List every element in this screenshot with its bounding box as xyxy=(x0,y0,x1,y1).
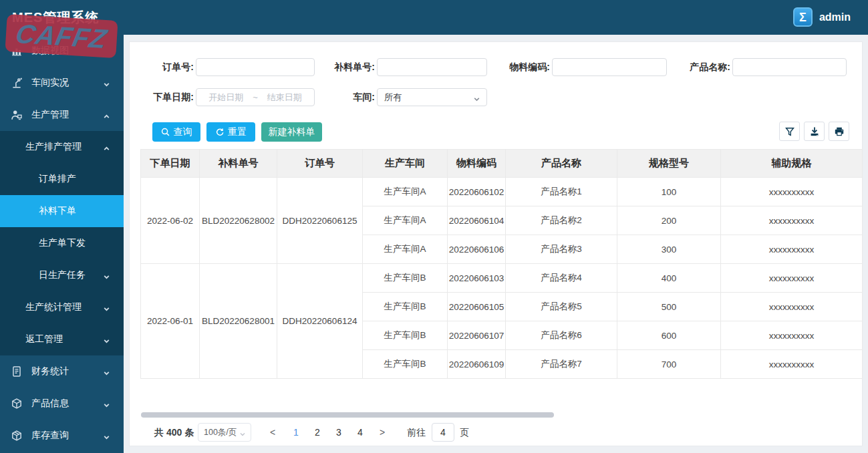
next-page-button[interactable]: > xyxy=(380,427,385,438)
sidebar-item-order-scheduling[interactable]: 订单排产 xyxy=(0,163,124,195)
sidebar-item-label: 生产排产管理 xyxy=(25,141,82,153)
username: admin xyxy=(819,11,851,23)
cell-material: 20220606102 xyxy=(448,178,506,206)
chevron-down-icon xyxy=(103,80,110,90)
cell-material: 20220606104 xyxy=(448,206,506,235)
page-number-4[interactable]: 4 xyxy=(352,427,368,438)
cell-workshop: 生产车间A xyxy=(363,178,448,206)
search-button-label: 查询 xyxy=(174,126,192,138)
page-number-1[interactable]: 1 xyxy=(288,427,304,438)
page-number-3[interactable]: 3 xyxy=(331,427,347,438)
cell-spec: 600 xyxy=(617,321,721,350)
col-header-workshop: 生产车间 xyxy=(363,150,448,178)
chevron-down-icon xyxy=(103,336,110,347)
sidebar-item-production-issue[interactable]: 生产单下发 xyxy=(0,227,124,259)
product-name-label: 产品名称: xyxy=(681,58,730,76)
cell-aux: xxxxxxxxxx xyxy=(721,235,863,264)
cell-material: 20220606103 xyxy=(448,264,506,293)
cell-workshop: 生产车间B xyxy=(363,264,448,293)
cell-product: 产品名称7 xyxy=(506,350,617,379)
sidebar-item-label: 车间实况 xyxy=(31,77,69,89)
material-code-label: 物料编码: xyxy=(500,58,550,76)
col-header-spec: 规格型号 xyxy=(617,150,721,178)
cell-order-no: DDH20220606125 xyxy=(277,178,363,264)
sidebar-item-label: 生产统计管理 xyxy=(25,301,82,313)
sidebar-item-inventory-query[interactable]: 库存查询 xyxy=(0,420,124,452)
page-number-2[interactable]: 2 xyxy=(309,427,325,438)
chevron-down-icon xyxy=(103,272,110,283)
search-button[interactable]: 查询 xyxy=(152,122,200,142)
col-header-aux-spec: 辅助规格 xyxy=(721,150,863,178)
operator-icon xyxy=(11,109,24,121)
cell-product: 产品名称3 xyxy=(506,235,617,264)
sidebar-item-label: 订单排产 xyxy=(39,173,76,185)
cell-workshop: 生产车间B xyxy=(363,293,448,321)
cell-spec: 700 xyxy=(617,350,721,379)
sidebar-item-label: 生产管理 xyxy=(31,109,69,121)
sidebar-item-label: 产品信息 xyxy=(31,398,69,410)
cell-order-date: 2022-06-02 xyxy=(141,178,200,264)
funnel-icon xyxy=(784,126,795,137)
workshop-selected-value: 所有 xyxy=(384,92,402,104)
sidebar-item-scheduling-mgmt[interactable]: 生产排产管理 xyxy=(0,131,124,163)
download-button[interactable] xyxy=(804,122,825,141)
col-header-order-date: 下单日期 xyxy=(141,150,200,178)
replenish-no-input[interactable] xyxy=(377,58,487,76)
cell-material: 20220606109 xyxy=(448,350,506,379)
sidebar-item-label: 生产单下发 xyxy=(39,237,86,249)
order-date-range-input[interactable]: 开始日期 ~ 结束日期 xyxy=(196,88,315,106)
goto-unit-label: 页 xyxy=(460,427,469,439)
sidebar-item-label: 返工管理 xyxy=(25,333,63,345)
cell-product: 产品名称5 xyxy=(506,293,617,321)
robot-arm-icon xyxy=(11,77,24,89)
print-button[interactable] xyxy=(829,122,849,141)
prev-page-button[interactable]: < xyxy=(270,427,275,438)
printer-icon xyxy=(834,126,845,137)
chevron-down-icon xyxy=(473,95,480,105)
reset-button-label: 重置 xyxy=(228,126,247,138)
user-avatar[interactable]: Σ xyxy=(793,7,813,27)
filter-button[interactable] xyxy=(779,122,800,141)
search-icon xyxy=(161,128,170,136)
workshop-label: 车间: xyxy=(325,88,375,106)
sidebar-item-workshop-live[interactable]: 车间实况 xyxy=(0,67,124,99)
cell-replenish-no: BLD20220628002 xyxy=(200,178,277,264)
workshop-select[interactable]: 所有 xyxy=(377,88,487,106)
cell-spec: 100 xyxy=(617,178,721,206)
cell-workshop: 生产车间A xyxy=(363,206,448,235)
sidebar-item-rework-mgmt[interactable]: 返工管理 xyxy=(0,323,124,355)
date-start-placeholder: 开始日期 xyxy=(208,92,243,104)
user-box[interactable]: Σ admin xyxy=(793,7,851,27)
col-header-order-no: 订单号 xyxy=(277,150,363,178)
page-size-value: 100条/页 xyxy=(204,427,237,438)
download-icon xyxy=(809,126,820,137)
table-row[interactable]: 2022-06-02 BLD20220628002 DDH20220606125… xyxy=(141,178,863,206)
col-header-replenish-no: 补料单号 xyxy=(200,150,277,178)
cell-order-no: DDH20220606124 xyxy=(277,264,363,379)
reset-button[interactable]: 重置 xyxy=(206,122,255,142)
date-separator: ~ xyxy=(253,92,258,102)
cell-workshop: 生产车间B xyxy=(363,350,448,379)
sidebar-item-finance-stats[interactable]: 财务统计 xyxy=(0,355,124,388)
table-row[interactable]: 2022-06-01 BLD20220628001 DDH20220606124… xyxy=(141,264,863,293)
sidebar-item-daily-tasks[interactable]: 日生产任务 xyxy=(0,259,124,291)
sidebar-item-replenish-order[interactable]: 补料下单 xyxy=(0,195,124,227)
material-code-input[interactable] xyxy=(552,58,667,76)
cell-replenish-no: BLD20220628001 xyxy=(200,264,277,379)
goto-page-input[interactable] xyxy=(432,423,454,442)
create-replenish-button[interactable]: 新建补料单 xyxy=(261,122,322,142)
sidebar-item-production-mgmt[interactable]: 生产管理 xyxy=(0,99,124,131)
cell-product: 产品名称6 xyxy=(506,321,617,350)
page-size-select[interactable]: 100条/页 xyxy=(198,423,251,442)
chevron-up-icon xyxy=(103,144,110,154)
horizontal-scrollbar[interactable] xyxy=(141,412,554,418)
cell-aux: xxxxxxxxxx xyxy=(721,293,863,321)
sidebar-item-production-stats[interactable]: 生产统计管理 xyxy=(0,291,124,323)
document-icon xyxy=(11,365,24,378)
order-no-input[interactable] xyxy=(196,58,315,76)
product-name-input[interactable] xyxy=(732,58,847,76)
cell-material: 20220606107 xyxy=(448,321,506,350)
main-content-card: 订单号: 补料单号: 物料编码: 产品名称: 下单日期: 开始日期 ~ 结束日期… xyxy=(129,41,863,446)
sidebar-item-label: 补料下单 xyxy=(39,205,76,217)
sidebar-item-product-info[interactable]: 产品信息 xyxy=(0,388,124,420)
